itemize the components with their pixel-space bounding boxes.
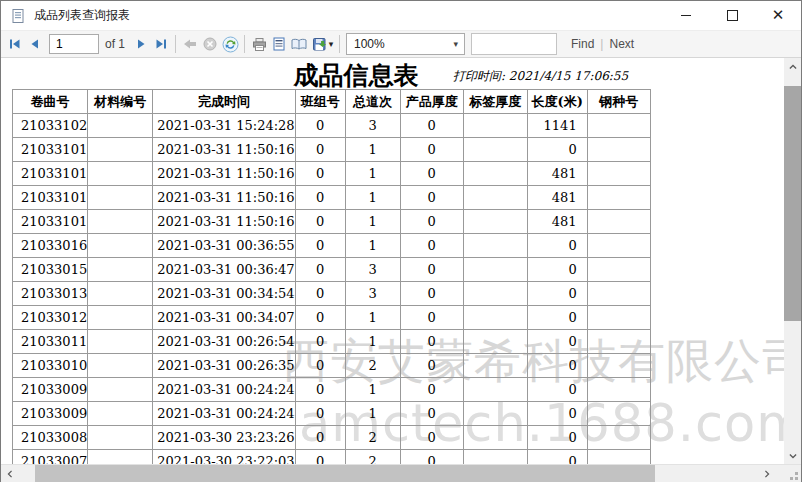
table-cell — [463, 234, 527, 258]
table-cell — [88, 426, 153, 450]
app-window: 成品列表查询报表 ✕ of 1 — [0, 0, 802, 482]
table-row: 210331022021-03-31 15:24:280301141 — [13, 114, 651, 138]
table-cell — [88, 450, 153, 465]
close-button[interactable]: ✕ — [755, 1, 801, 30]
table-row: 210330162021-03-31 00:36:550100 — [13, 234, 651, 258]
table-cell: 0 — [400, 282, 463, 306]
table-cell: 0 — [295, 162, 345, 186]
column-header: 完成时间 — [153, 90, 295, 114]
table-cell: 21033015 — [13, 258, 88, 282]
table-cell: 2021-03-31 11:50:16 — [153, 138, 295, 162]
table-row: 210330152021-03-31 00:36:470300 — [13, 258, 651, 282]
zoom-select[interactable]: 100% ▾ — [346, 33, 465, 55]
search-input[interactable] — [471, 33, 557, 55]
table-cell: 21033013 — [13, 282, 88, 306]
scroll-down-icon[interactable] — [784, 447, 801, 464]
refresh-icon[interactable] — [220, 33, 240, 55]
minimize-button[interactable] — [663, 1, 709, 30]
table-cell — [463, 402, 527, 426]
table-cell: 21033101 — [13, 186, 88, 210]
table-row: 210330082021-03-30 23:23:260200 — [13, 426, 651, 450]
table-row: 210330072021-03-30 23:22:030200 — [13, 450, 651, 465]
table-row: 210331012021-03-31 11:50:16010481 — [13, 162, 651, 186]
table-cell — [88, 186, 153, 210]
table-row: 210331012021-03-31 11:50:16010481 — [13, 210, 651, 234]
table-cell — [587, 378, 650, 402]
table-cell — [587, 162, 650, 186]
table-cell: 0 — [527, 330, 587, 354]
column-header: 材料编号 — [88, 90, 153, 114]
column-header: 标签厚度 — [463, 90, 527, 114]
table-cell — [463, 306, 527, 330]
print-layout-button[interactable] — [269, 33, 289, 55]
close-icon: ✕ — [772, 8, 785, 23]
table-cell — [463, 378, 527, 402]
table-cell — [88, 258, 153, 282]
table-cell: 0 — [295, 234, 345, 258]
table-cell: 21033010 — [13, 354, 88, 378]
table-cell: 2021-03-31 00:34:54 — [153, 282, 295, 306]
last-page-button[interactable] — [151, 33, 171, 55]
table-cell: 1 — [345, 330, 400, 354]
table-cell: 0 — [527, 402, 587, 426]
table-cell — [587, 450, 650, 465]
table-cell: 2021-03-31 11:50:16 — [153, 210, 295, 234]
page-number-input[interactable] — [49, 34, 99, 54]
maximize-button[interactable] — [709, 1, 755, 30]
find-button[interactable]: Find — [571, 37, 594, 51]
table-row: 210330122021-03-31 00:34:070100 — [13, 306, 651, 330]
column-header: 长度(米) — [527, 90, 587, 114]
table-cell: 0 — [527, 258, 587, 282]
column-header: 钢种号 — [587, 90, 650, 114]
stop-button[interactable] — [200, 33, 220, 55]
table-row: 210330092021-03-31 00:24:240100 — [13, 378, 651, 402]
table-cell — [88, 306, 153, 330]
print-button[interactable] — [249, 33, 269, 55]
table-cell: 2021-03-31 00:24:24 — [153, 378, 295, 402]
table-cell: 1 — [345, 186, 400, 210]
table-cell — [587, 282, 650, 306]
zoom-value: 100% — [354, 37, 385, 51]
table-cell: 2021-03-31 00:34:07 — [153, 306, 295, 330]
vertical-scrollbar[interactable] — [784, 58, 801, 464]
table-cell — [587, 210, 650, 234]
table-cell: 1 — [345, 378, 400, 402]
table-cell: 21033009 — [13, 378, 88, 402]
horizontal-scroll-track[interactable] — [18, 465, 758, 482]
prev-page-button[interactable] — [25, 33, 45, 55]
table-cell: 3 — [345, 282, 400, 306]
table-cell — [587, 234, 650, 258]
table-cell: 1 — [345, 162, 400, 186]
table-cell: 0 — [400, 306, 463, 330]
table-cell: 481 — [527, 186, 587, 210]
table-cell: 2021-03-31 00:26:35 — [153, 354, 295, 378]
first-page-button[interactable] — [5, 33, 25, 55]
horizontal-scrollbar[interactable] — [1, 464, 801, 482]
table-cell: 0 — [295, 114, 345, 138]
back-button[interactable] — [180, 33, 200, 55]
table-cell: 1 — [345, 306, 400, 330]
scroll-left-icon[interactable] — [1, 465, 18, 482]
column-header: 产品厚度 — [400, 90, 463, 114]
table-cell: 2021-03-31 00:36:55 — [153, 234, 295, 258]
minimize-icon — [681, 15, 691, 16]
table-cell: 3 — [345, 114, 400, 138]
table-cell — [587, 258, 650, 282]
page-setup-button[interactable] — [289, 33, 309, 55]
vertical-scroll-thumb[interactable] — [784, 86, 801, 321]
table-cell — [463, 138, 527, 162]
scroll-right-icon[interactable] — [758, 465, 775, 482]
next-button[interactable]: Next — [609, 37, 634, 51]
table-cell — [463, 258, 527, 282]
next-page-button[interactable] — [131, 33, 151, 55]
table-cell: 2021-03-31 00:36:47 — [153, 258, 295, 282]
table-cell — [463, 450, 527, 465]
export-button[interactable]: ▾ — [309, 33, 335, 55]
resize-grip[interactable] — [775, 465, 801, 482]
horizontal-scroll-thumb[interactable] — [35, 465, 655, 482]
table-cell — [463, 114, 527, 138]
table-row: 210330112021-03-31 00:26:540100 — [13, 330, 651, 354]
table-cell — [587, 402, 650, 426]
resize-grip-icon — [795, 477, 798, 480]
scroll-up-icon[interactable] — [784, 58, 801, 75]
